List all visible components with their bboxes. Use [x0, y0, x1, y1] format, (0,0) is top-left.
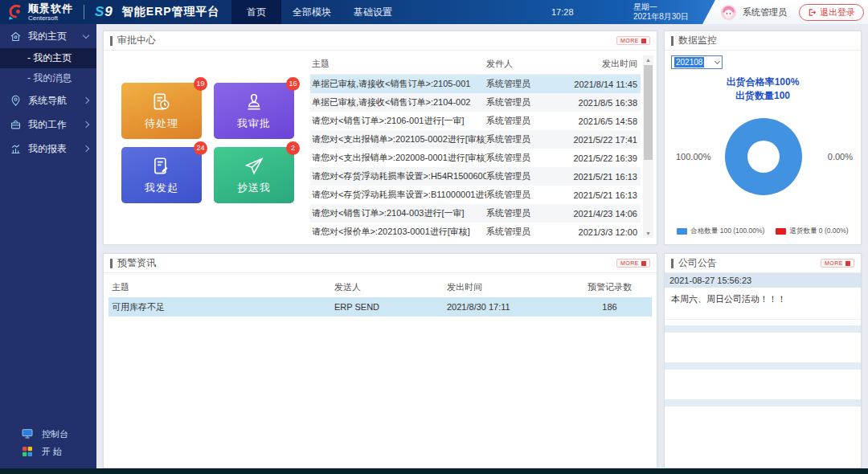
table-row[interactable]: 请您对<支出报销单>:202008-0001进行[审核] 系统管理员 2021/…	[310, 149, 641, 167]
alerts-table: 主题 发送人 发出时间 预警记录数 可用库存不足 ERP SEND 2021/8…	[108, 276, 652, 317]
title-accent-bar	[671, 259, 674, 268]
col-subject: 主题	[108, 281, 334, 293]
announcements-more-button[interactable]: MORE	[821, 259, 854, 268]
start-squares-icon	[21, 445, 34, 458]
user-area: 系统管理员 退出登录	[702, 0, 868, 24]
console-button[interactable]: 控制台	[0, 425, 96, 443]
title-accent-bar	[110, 36, 113, 46]
initiated-count-badge: 24	[194, 141, 207, 155]
monitor-panel-title: 数据监控	[678, 34, 717, 47]
announcement-content[interactable]: 本周六、周日公司活动！！！	[665, 288, 861, 320]
scroll-down-arrow[interactable]: ▼	[643, 229, 653, 238]
donut-chart	[725, 118, 802, 195]
alerts-more-button[interactable]: MORE	[616, 259, 650, 268]
scroll-thumb[interactable]	[644, 65, 653, 160]
tile-initiated-by-me[interactable]: 24 我发起	[121, 147, 202, 203]
tile-label: 我审批	[237, 116, 271, 131]
approval-panel-header: 审批中心 MORE	[104, 31, 657, 51]
month-select[interactable]: 202108	[671, 55, 723, 69]
announcement-empty-slot	[665, 325, 861, 333]
table-row[interactable]: 请您对<存货浮动耗损率设置>:H54R15006002进行[审核] 系统管理员 …	[310, 167, 641, 186]
table-row[interactable]: 请您对<销售订单>:2104-003进行[一审] 系统管理员 2021/4/23…	[310, 204, 641, 223]
table-row[interactable]: 可用库存不足 ERP SEND 2021/8/30 17:11 186	[108, 297, 652, 317]
approval-more-button[interactable]: MORE	[616, 36, 650, 45]
legend-item-return: 退货数量 0 (0.00%)	[776, 227, 848, 236]
table-row[interactable]: 请您对<报价单>:202103-0001进行[审核] 系统管理员 2021/3/…	[310, 223, 641, 241]
sidebar-item-my-reports[interactable]: 我的报表	[0, 137, 96, 161]
col-count: 预警记录数	[567, 281, 652, 293]
logout-label: 退出登录	[820, 6, 855, 18]
sidebar-subitem-my-messages[interactable]: - 我的消息	[0, 68, 96, 88]
header-divider	[84, 5, 84, 19]
sidebar-item-label: 系统导航	[28, 94, 77, 108]
approval-panel-title: 审批中心	[117, 34, 156, 47]
sidebar-item-label: 我的报表	[28, 142, 77, 156]
table-row[interactable]: 请您对<支出报销单>:202105-0002进行[审核] 系统管理员 2021/…	[310, 130, 641, 149]
announcements-panel-header: 公司公告 MORE	[665, 254, 861, 273]
announcement-empty-slot	[665, 370, 861, 394]
nav-home[interactable]: 首页	[231, 0, 281, 24]
username-label: 系统管理员	[743, 6, 787, 18]
announcement-empty-slot	[665, 399, 861, 407]
scroll-up-arrow[interactable]: ▲	[643, 55, 653, 64]
shipment-stats: 出货合格率100% 出货数量100	[665, 76, 861, 103]
tile-label: 我发起	[145, 181, 178, 195]
document-pen-icon	[151, 156, 172, 177]
table-row[interactable]: 请您对<存货浮动耗损率设置>:B11000001进行[审核] 系统管理员 202…	[310, 186, 641, 204]
top-nav: 首页 全部模块 基础设置	[231, 0, 403, 24]
chevron-down-icon	[83, 31, 89, 38]
my-approvals-count-badge: 16	[286, 77, 300, 91]
table-row[interactable]: 单据已审核,请接收<销售订单>:2105-001 系统管理员 2021/8/14…	[310, 75, 641, 93]
home-icon	[10, 31, 22, 43]
legend-swatch-blue	[677, 228, 687, 235]
sidebar: 我的主页 - 我的主页 - 我的消息 系统导航 我的工作	[0, 24, 96, 468]
stamp-icon	[244, 92, 264, 112]
sidebar-item-my-home[interactable]: 我的主页	[0, 24, 96, 48]
chevron-right-icon	[83, 121, 89, 128]
weekday-label: 星期一	[633, 2, 689, 12]
more-icon	[641, 39, 646, 43]
tile-pending[interactable]: 19 待处理	[121, 83, 202, 139]
paper-plane-icon	[244, 156, 264, 177]
sidebar-item-my-work[interactable]: 我的工作	[0, 112, 96, 137]
tile-cc-to-me[interactable]: 2 抄送我	[214, 147, 294, 203]
app-title: 智能ERP管理平台	[122, 5, 220, 19]
table-row[interactable]: 请您对<销售订单>:2106-001进行[一审] 系统管理员 2021/6/5 …	[310, 112, 641, 130]
approval-table-header: 主题 发件人 发出时间	[310, 54, 641, 75]
chevron-down-icon	[714, 59, 720, 64]
table-row[interactable]: 单据已审核,请接收<销售订单>:2104-002 系统管理员 2021/8/5 …	[310, 93, 641, 112]
pie-label-right: 0.00%	[828, 152, 853, 161]
data-monitor-panel: 数据监控 202108 出货合格率100% 出货数量100 100.00% 0.…	[664, 31, 862, 245]
approval-table: 主题 发件人 发出时间 单据已审核,请接收<销售订单>:2105-001 系统管…	[310, 54, 641, 241]
col-sender: 发送人	[334, 281, 447, 293]
chart-legend: 合格数量 100 (100.00%) 退货数量 0 (0.00%)	[665, 227, 861, 236]
logout-button[interactable]: 退出登录	[799, 4, 864, 21]
date-label: 2021年8月30日	[633, 12, 689, 22]
company-name: 顺景软件	[28, 3, 73, 14]
briefcase-icon	[10, 119, 22, 131]
company-logo-icon	[6, 3, 24, 21]
company-name-en: Centersoft	[28, 15, 73, 22]
sidebar-subitem-my-home[interactable]: - 我的主页	[0, 48, 96, 68]
company-logo: 顺景软件 Centersoft S9 智能ERP管理平台	[0, 3, 220, 22]
tile-my-approvals[interactable]: 16 我审批	[214, 83, 294, 139]
cc-count-badge: 2	[286, 141, 300, 155]
pending-count-badge: 19	[194, 77, 207, 91]
avatar[interactable]	[720, 4, 737, 21]
approval-scrollbar[interactable]: ▲ ▼	[643, 55, 653, 238]
nav-basic-settings[interactable]: 基础设置	[342, 0, 403, 24]
announcement-empty-slot	[665, 362, 861, 370]
col-time: 发出时间	[560, 58, 641, 70]
col-time: 发出时间	[447, 281, 567, 293]
alerts-table-header: 主题 发送人 发出时间 预警记录数	[108, 276, 652, 297]
chevron-right-icon	[83, 145, 89, 152]
nav-all-modules[interactable]: 全部模块	[281, 0, 342, 24]
pie-label-left: 100.00%	[676, 152, 710, 161]
col-sender: 发件人	[486, 58, 560, 70]
sidebar-item-system-nav[interactable]: 系统导航	[0, 88, 96, 112]
bottom-strip	[0, 468, 868, 474]
start-button[interactable]: 开 始	[0, 443, 96, 460]
title-accent-bar	[671, 36, 674, 46]
bar-chart-icon	[10, 143, 22, 155]
pass-rate-stat: 出货合格率100%	[665, 76, 861, 89]
